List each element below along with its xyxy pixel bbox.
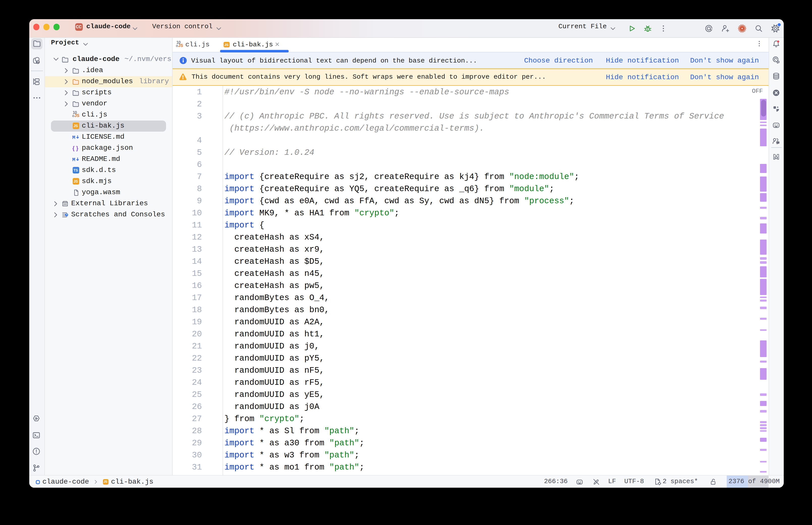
svg-text:?: ?	[37, 60, 39, 64]
svg-text:M: M	[72, 157, 75, 163]
svg-text:{ }: { }	[72, 145, 78, 152]
svg-text:M: M	[72, 135, 75, 140]
